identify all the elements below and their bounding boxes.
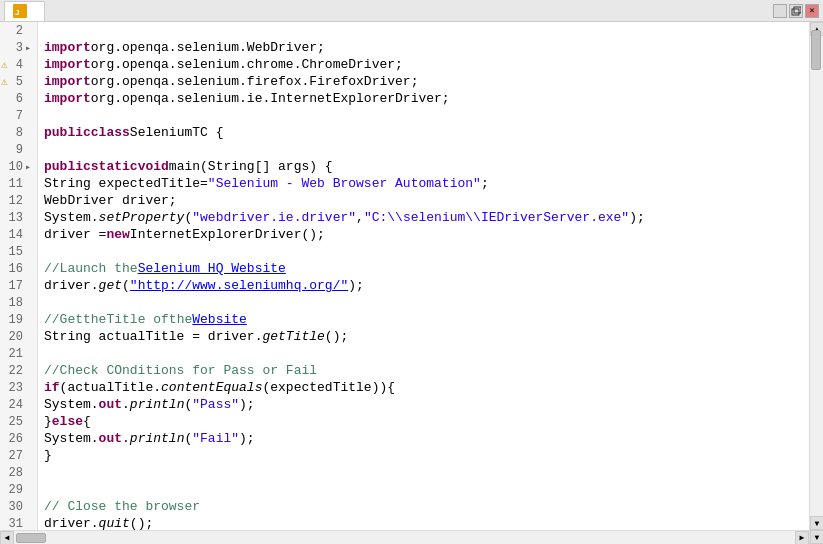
restore-button[interactable] <box>789 4 803 18</box>
token-method: getTitle <box>262 329 324 344</box>
gutter-row: 9 <box>0 141 37 158</box>
token-plain: ( <box>184 397 192 412</box>
gutter-row: 21 <box>0 345 37 362</box>
gutter-row: 3▸ <box>0 39 37 56</box>
code-line: public class SeleniumTC { <box>44 124 809 141</box>
token-string: "Fail" <box>192 431 239 446</box>
token-kw: class <box>91 125 130 140</box>
token-plain: String actualTitle = driver. <box>44 329 262 344</box>
line-number: 11 <box>3 177 23 191</box>
line-number: 27 <box>3 449 23 463</box>
code-line: String expectedTitle="Selenium - Web Bro… <box>44 175 809 192</box>
line-number: 19 <box>3 313 23 327</box>
token-link: Selenium HQ Website <box>138 261 286 276</box>
line-number: 6 <box>3 92 23 106</box>
collapse-icon[interactable]: ▸ <box>25 161 33 173</box>
token-plain: org.openqa.selenium.WebDriver; <box>91 40 325 55</box>
window-controls: ✕ <box>773 4 819 18</box>
scroll-thumb[interactable] <box>811 30 821 70</box>
token-comment: // Close the browser <box>44 499 200 514</box>
code-area[interactable]: import org.openqa.selenium.WebDriver;imp… <box>38 22 809 530</box>
token-plain: ); <box>629 210 645 225</box>
code-line: String actualTitle = driver.getTitle(); <box>44 328 809 345</box>
token-plain: org.openqa.selenium.ie.InternetExplorerD… <box>91 91 450 106</box>
code-line <box>44 107 809 124</box>
line-number: 16 <box>3 262 23 276</box>
gutter-row: 23 <box>0 379 37 396</box>
token-plain: (); <box>325 329 348 344</box>
code-line: System.out.println("Pass"); <box>44 396 809 413</box>
code-line: driver = new InternetExplorerDriver(); <box>44 226 809 243</box>
collapse-icon[interactable]: ▸ <box>25 42 33 54</box>
gutter-row: 6 <box>0 90 37 107</box>
token-plain: main(String[] args) { <box>169 159 333 174</box>
line-number: 9 <box>3 143 23 157</box>
svg-rect-2 <box>792 9 799 15</box>
gutter-row: 24 <box>0 396 37 413</box>
scroll-right-button[interactable]: ▶ <box>795 531 809 545</box>
code-line: WebDriver driver; <box>44 192 809 209</box>
gutter-row: 25 <box>0 413 37 430</box>
gutter-row: 11 <box>0 175 37 192</box>
gutter-row: 19 <box>0 311 37 328</box>
token-comment: the <box>83 312 106 327</box>
h-scroll-thumb[interactable] <box>16 533 46 543</box>
horizontal-scrollbar[interactable]: ◀ ▶ <box>0 530 809 544</box>
code-line: import org.openqa.selenium.chrome.Chrome… <box>44 56 809 73</box>
token-plain: (actualTitle. <box>60 380 161 395</box>
line-number: 3 <box>3 41 23 55</box>
code-line: } <box>44 447 809 464</box>
code-line: System.setProperty("webdriver.ie.driver"… <box>44 209 809 226</box>
token-kw: import <box>44 40 91 55</box>
code-line <box>44 22 809 39</box>
gutter-row: 16 <box>0 260 37 277</box>
token-plain: ( <box>122 278 130 293</box>
gutter-row: ⚠4 <box>0 56 37 73</box>
token-method: println <box>130 431 185 446</box>
code-line <box>44 141 809 158</box>
gutter-row: 28 <box>0 464 37 481</box>
line-number: 2 <box>3 24 23 38</box>
gutter-row: 14 <box>0 226 37 243</box>
token-kw: new <box>106 227 129 242</box>
line-number: 31 <box>3 517 23 531</box>
minimize-button[interactable] <box>773 4 787 18</box>
title-bar: J ✕ <box>0 0 823 22</box>
vertical-scrollbar[interactable]: ▲ ▼ ▼ <box>809 22 823 544</box>
gutter-row: 27 <box>0 447 37 464</box>
token-plain: org.openqa.selenium.chrome.ChromeDriver; <box>91 57 403 72</box>
line-number: 14 <box>3 228 23 242</box>
code-line <box>44 481 809 498</box>
token-plain: ); <box>239 397 255 412</box>
scroll-down2-button[interactable]: ▼ <box>810 530 823 544</box>
token-kw: else <box>52 414 83 429</box>
token-kw: public <box>44 159 91 174</box>
editor-tab[interactable]: J <box>4 1 45 21</box>
token-plain: System. <box>44 431 99 446</box>
gutter-row: 8 <box>0 124 37 141</box>
code-line <box>44 464 809 481</box>
gutter-row: 22 <box>0 362 37 379</box>
close-button[interactable]: ✕ <box>805 4 819 18</box>
line-number: 13 <box>3 211 23 225</box>
code-line: if (actualTitle.contentEquals(expectedTi… <box>44 379 809 396</box>
token-string: "Pass" <box>192 397 239 412</box>
java-file-icon: J <box>13 4 27 18</box>
code-line: // Close the browser <box>44 498 809 515</box>
token-plain: driver. <box>44 516 99 530</box>
code-line <box>44 294 809 311</box>
code-line <box>44 345 809 362</box>
token-kw: import <box>44 74 91 89</box>
line-number: 29 <box>3 483 23 497</box>
svg-text:J: J <box>15 8 19 17</box>
editor-main: 2 3▸⚠4 ⚠5 6 7 8 9 10▸11 12 13 14 15 16 1… <box>0 22 809 530</box>
token-kw: void <box>138 159 169 174</box>
scroll-left-button[interactable]: ◀ <box>0 531 14 545</box>
scroll-down-button[interactable]: ▼ <box>810 516 823 530</box>
token-plain: SeleniumTC { <box>130 125 224 140</box>
restore-icon <box>791 6 801 16</box>
code-line: //Launch the Selenium HQ Website <box>44 260 809 277</box>
token-comment: //Get <box>44 312 83 327</box>
warning-icon: ⚠ <box>1 58 8 71</box>
token-plain: driver. <box>44 278 99 293</box>
